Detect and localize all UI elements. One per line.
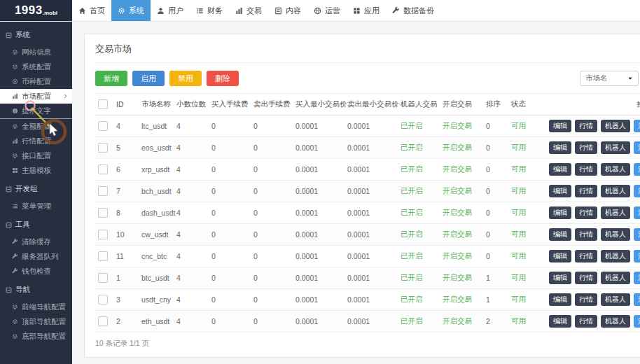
row-checkbox[interactable] — [98, 208, 108, 218]
sidebar-item[interactable]: 金额配置 — [0, 119, 72, 134]
robot-button[interactable]: 机器人 — [601, 120, 630, 132]
sidebar-item[interactable]: 菜单管理 — [0, 199, 72, 214]
topnav-item-doc[interactable]: 内容 — [268, 0, 307, 21]
robot-button[interactable]: 机器人 — [601, 272, 630, 284]
quote-button[interactable]: 行情 — [575, 293, 597, 306]
topnav-item-grid[interactable]: 应用 — [347, 0, 386, 21]
edit-button[interactable]: 编辑 — [549, 272, 571, 284]
sidebar-item[interactable]: 前端导航配置 — [0, 300, 72, 314]
clean-orders-button[interactable]: 清理订单 — [634, 293, 640, 306]
topnav-item-gear[interactable]: 系统 — [111, 0, 151, 21]
select-all-checkbox[interactable] — [98, 99, 108, 109]
sidebar-item[interactable]: 市场配置 — [0, 89, 72, 104]
edit-button[interactable]: 编辑 — [549, 293, 571, 306]
edit-button[interactable]: 编辑 — [549, 141, 571, 154]
edit-button[interactable]: 编辑 — [549, 228, 571, 241]
edit-button[interactable]: 编辑 — [549, 206, 571, 219]
sidebar-item[interactable]: 钱包检查 — [0, 264, 72, 279]
robot-button[interactable]: 机器人 — [601, 293, 630, 306]
edit-button[interactable]: 编辑 — [549, 185, 571, 197]
row-checkbox[interactable] — [98, 316, 108, 326]
sidebar-item[interactable]: 币种配置 — [0, 74, 72, 89]
cell-buy-fee: 0 — [209, 159, 251, 181]
column-header: 卖出手续费 — [251, 94, 293, 115]
clean-orders-button[interactable]: 清理订单 — [634, 315, 640, 328]
sidebar-item[interactable]: 网站信息 — [0, 45, 72, 59]
clean-orders-button[interactable]: 清理订单 — [634, 228, 640, 241]
row-actions: 编辑行情机器人清理订单 — [549, 206, 640, 219]
quote-button[interactable]: 行情 — [575, 206, 597, 219]
sidebar-item[interactable]: 清除缓存 — [0, 234, 72, 249]
disable-button[interactable]: 禁用 — [169, 71, 202, 86]
checkbox-cell — [95, 181, 113, 202]
robot-button[interactable]: 机器人 — [601, 163, 630, 176]
robot-button[interactable]: 机器人 — [601, 250, 630, 262]
quote-button[interactable]: 行情 — [575, 163, 597, 176]
cell-sort: 1 — [483, 267, 508, 289]
add-button[interactable]: 新增 — [95, 71, 127, 86]
quote-button[interactable]: 行情 — [575, 185, 597, 197]
delete-button[interactable]: 删除 — [207, 71, 239, 86]
clean-orders-button[interactable]: 清理订单 — [634, 206, 640, 219]
quote-button[interactable]: 行情 — [575, 141, 597, 154]
row-checkbox[interactable] — [98, 251, 108, 261]
sidebar-item[interactable]: 行情配置 — [0, 134, 72, 148]
sidebar-item[interactable]: 服务器队列 — [0, 249, 72, 264]
topnav-item-chart[interactable]: 交易 — [229, 0, 268, 21]
gear-icon — [12, 49, 18, 55]
clean-orders-button[interactable]: 清理订单 — [634, 272, 640, 284]
sidebar-item[interactable]: 系统配置 — [0, 59, 72, 74]
sidebar-item[interactable]: 提示文字 — [0, 104, 72, 119]
cell-name: dash_usdt — [139, 202, 174, 224]
sidebar-section-title[interactable]: 工具 — [0, 214, 72, 234]
robot-button[interactable]: 机器人 — [601, 206, 630, 219]
sidebar-item[interactable]: 底部导航配置 — [0, 329, 72, 344]
robot-button[interactable]: 机器人 — [601, 185, 630, 197]
row-checkbox[interactable] — [98, 295, 108, 304]
edit-button[interactable]: 编辑 — [549, 250, 571, 262]
row-checkbox[interactable] — [98, 121, 108, 131]
list-icon — [12, 203, 18, 209]
edit-button[interactable]: 编辑 — [549, 120, 571, 132]
quote-button[interactable]: 行情 — [575, 120, 597, 132]
edit-button[interactable]: 编辑 — [549, 163, 571, 176]
topnav-item-wrench[interactable]: 数据备份 — [386, 0, 440, 21]
logo[interactable]: 1993 .mobi — [0, 0, 72, 21]
quote-button[interactable]: 行情 — [575, 250, 597, 262]
sidebar-item[interactable]: 接口配置 — [0, 148, 72, 163]
market-name-select[interactable]: 市场名 — [580, 71, 639, 86]
table-row: 6xrp_usdt4000.00010.0001已开启开启交易0可用编辑行情机器… — [95, 159, 640, 181]
sidebar-item[interactable]: 主题模板 — [0, 163, 72, 178]
row-checkbox[interactable] — [98, 143, 108, 153]
robot-button[interactable]: 机器人 — [601, 228, 630, 241]
quote-button[interactable]: 行情 — [575, 272, 597, 284]
sidebar-item[interactable]: 顶部导航配置 — [0, 314, 72, 329]
sidebar-section-title[interactable]: 开发组 — [0, 178, 72, 199]
column-header: 机器人交易 — [398, 94, 440, 115]
robot-button[interactable]: 机器人 — [601, 141, 630, 154]
row-checkbox[interactable] — [98, 273, 108, 283]
coin-icon — [12, 78, 18, 85]
quote-button[interactable]: 行情 — [575, 228, 597, 241]
clean-orders-button[interactable]: 清理订单 — [634, 185, 640, 197]
row-checkbox[interactable] — [98, 186, 108, 196]
topnav-item-globe[interactable]: 运营 — [307, 0, 347, 21]
clean-orders-button[interactable]: 清理订单 — [634, 163, 640, 176]
cell-status: 可用 — [508, 137, 536, 159]
clean-orders-button[interactable]: 清理订单 — [634, 250, 640, 262]
globe-icon — [314, 7, 321, 15]
cell-id: 8 — [113, 202, 139, 224]
sidebar-section-title[interactable]: 导航 — [0, 279, 72, 300]
topnav-item-list[interactable]: 财务 — [190, 0, 229, 21]
row-checkbox[interactable] — [98, 164, 108, 174]
clean-orders-button[interactable]: 清理订单 — [634, 120, 640, 132]
quote-button[interactable]: 行情 — [575, 315, 597, 328]
edit-button[interactable]: 编辑 — [549, 315, 571, 328]
topnav-item-user[interactable]: 用户 — [151, 0, 190, 21]
robot-button[interactable]: 机器人 — [601, 315, 630, 328]
enable-button[interactable]: 启用 — [132, 71, 165, 86]
clean-orders-button[interactable]: 清理订单 — [634, 141, 640, 154]
sidebar-section-title[interactable]: 系统 — [0, 24, 72, 45]
row-checkbox[interactable] — [98, 230, 108, 239]
topnav-item-home[interactable]: 首页 — [72, 0, 111, 21]
